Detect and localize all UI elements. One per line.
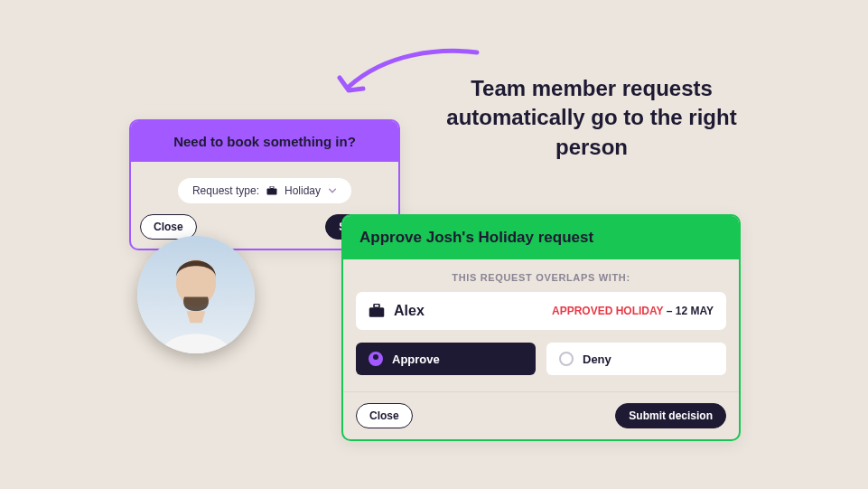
request-type-value: Holiday [285,184,321,197]
overlap-row: Alex APPROVED HOLIDAY – 12 MAY [356,292,726,330]
book-card-body: Request type: Holiday [131,162,398,214]
overlap-status: APPROVED HOLIDAY [552,305,663,317]
approve-request-card: Approve Josh's Holiday request THIS REQU… [341,214,741,441]
arrow-icon [332,43,486,107]
close-button[interactable]: Close [356,403,413,428]
approve-card-body: THIS REQUEST OVERLAPS WITH: Alex APPROVE… [343,259,739,382]
submit-decision-button[interactable]: Submit decision [615,403,726,428]
chevron-down-icon [328,186,337,195]
approve-card-title: Approve Josh's Holiday request [343,216,739,259]
svg-rect-1 [270,186,274,189]
approve-card-footer: Close Submit decision [343,391,739,439]
deny-label: Deny [583,353,611,366]
radio-selected-icon [369,352,383,366]
svg-rect-5 [374,305,379,308]
suitcase-icon [369,304,385,318]
approve-label: Approve [392,353,440,366]
svg-rect-0 [267,189,277,195]
book-card-title: Need to book something in? [131,121,398,162]
avatar [137,236,255,353]
overlap-date: – 12 MAY [667,305,714,317]
radio-unselected-icon [559,352,574,366]
approve-option[interactable]: Approve [356,343,536,375]
deny-option[interactable]: Deny [546,343,726,375]
overlap-label: THIS REQUEST OVERLAPS WITH: [356,272,726,283]
suitcase-icon [266,186,277,195]
request-type-select[interactable]: Request type: Holiday [178,178,351,203]
decision-options: Approve Deny [356,343,726,375]
request-type-label: Request type: [192,184,259,197]
svg-rect-4 [369,307,385,317]
overlap-name: Alex [394,303,425,319]
